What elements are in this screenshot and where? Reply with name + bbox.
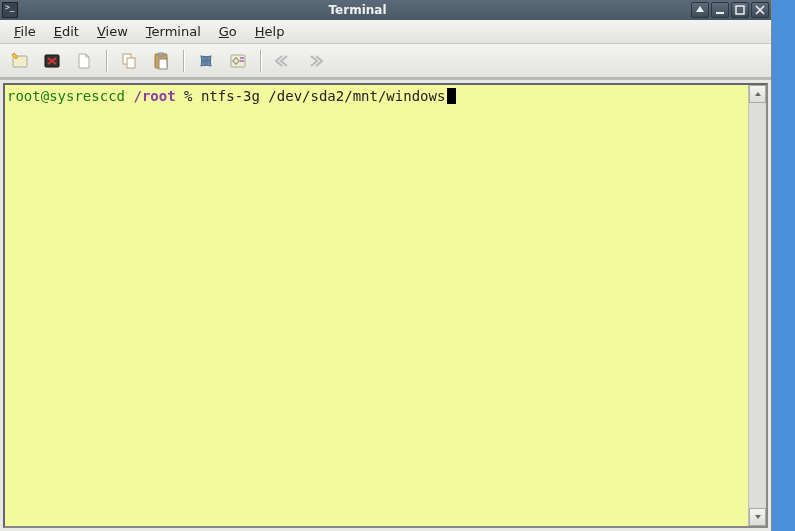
- menu-file[interactable]: File: [6, 22, 44, 41]
- terminal-window: Terminal File Edit View Terminal Go Help: [0, 0, 772, 531]
- new-tab-button[interactable]: [6, 48, 34, 74]
- titlebar: Terminal: [0, 0, 771, 20]
- toolbar-separator: [183, 50, 184, 72]
- menu-edit[interactable]: Edit: [46, 22, 87, 41]
- maximize-button[interactable]: [731, 2, 749, 18]
- menubar: File Edit View Terminal Go Help: [0, 20, 771, 44]
- window-controls: [691, 2, 769, 18]
- prev-button[interactable]: [269, 48, 297, 74]
- scroll-down-button[interactable]: [749, 508, 766, 526]
- toolbar-separator: [106, 50, 107, 72]
- terminal-border: root@sysresccd /root % ntfs-3g /dev/sda2…: [3, 83, 768, 528]
- terminal-output[interactable]: root@sysresccd /root % ntfs-3g /dev/sda2…: [5, 85, 748, 526]
- new-doc-icon: [74, 51, 94, 71]
- prompt-symbol: %: [184, 88, 192, 104]
- svg-rect-8: [159, 59, 167, 69]
- svg-rect-0: [716, 12, 724, 14]
- toolbar-separator: [260, 50, 261, 72]
- app-icon: [2, 2, 18, 18]
- menu-view[interactable]: View: [89, 22, 136, 41]
- copy-button[interactable]: [115, 48, 143, 74]
- prompt-user-host: root@sysresccd: [7, 88, 125, 104]
- svg-rect-7: [158, 53, 164, 56]
- settings-button[interactable]: [224, 48, 252, 74]
- chevron-down-icon: [754, 513, 762, 521]
- minimize-button[interactable]: [711, 2, 729, 18]
- new-doc-button[interactable]: [70, 48, 98, 74]
- paste-icon: [151, 51, 171, 71]
- menu-terminal[interactable]: Terminal: [138, 22, 209, 41]
- chevron-up-icon: [754, 90, 762, 98]
- svg-rect-12: [240, 60, 244, 62]
- menu-go[interactable]: Go: [211, 22, 245, 41]
- close-button[interactable]: [751, 2, 769, 18]
- svg-rect-11: [240, 57, 244, 59]
- prompt-path: /root: [133, 88, 175, 104]
- shade-button[interactable]: [691, 2, 709, 18]
- settings-icon: [228, 51, 248, 71]
- prompt-command: ntfs-3g /dev/sda2/mnt/windows: [201, 88, 445, 104]
- next-button[interactable]: [301, 48, 329, 74]
- scroll-up-button[interactable]: [749, 85, 766, 103]
- menu-help[interactable]: Help: [247, 22, 293, 41]
- new-tab-icon: [10, 51, 30, 71]
- scrollbar[interactable]: [748, 85, 766, 526]
- cursor: [447, 88, 456, 104]
- svg-rect-1: [736, 6, 744, 14]
- next-icon: [305, 51, 325, 71]
- svg-rect-5: [127, 58, 135, 68]
- toolbar: [0, 44, 771, 78]
- prev-icon: [273, 51, 293, 71]
- close-tab-button[interactable]: [38, 48, 66, 74]
- fullscreen-button[interactable]: [192, 48, 220, 74]
- window-title: Terminal: [24, 3, 691, 17]
- scroll-track[interactable]: [749, 103, 766, 508]
- terminal-frame: root@sysresccd /root % ntfs-3g /dev/sda2…: [0, 78, 771, 531]
- paste-button[interactable]: [147, 48, 175, 74]
- close-tab-icon: [42, 51, 62, 71]
- fullscreen-icon: [196, 51, 216, 71]
- copy-icon: [119, 51, 139, 71]
